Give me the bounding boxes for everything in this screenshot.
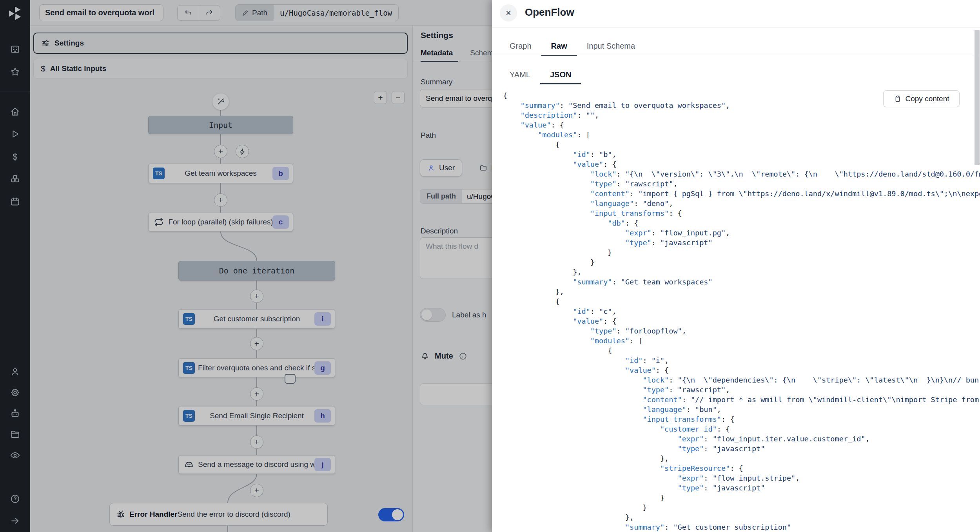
clipboard-icon [894, 95, 902, 103]
code-line: } [503, 493, 980, 503]
code-line: "language": "deno", [503, 199, 980, 208]
code-line: "id": "b", [503, 149, 980, 159]
code-line: "lock": "{\n \"dependencies\": {\n \"str… [503, 375, 980, 385]
copy-content-button[interactable]: Copy content [883, 90, 960, 107]
code-line: "value": { [503, 120, 980, 130]
drawer-tabs: Graph Raw Input Schema [492, 27, 980, 56]
drawer-title: OpenFlow [525, 6, 574, 18]
code-line: }, [503, 454, 980, 463]
code-line: "summary": "Get customer subscription" [503, 522, 980, 532]
code-line: } [503, 503, 980, 512]
drawer-backdrop[interactable] [0, 0, 492, 532]
code-line: "value": { [503, 159, 980, 169]
drawer-header: × OpenFlow [492, 0, 980, 27]
code-line: "type": "forloopflow", [503, 326, 980, 336]
code-line: }, [503, 267, 980, 277]
close-icon[interactable]: × [500, 4, 517, 22]
tab-input-schema[interactable]: Input Schema [577, 27, 645, 56]
windmill-flow-editor: Send email to overquota worl Path u/Hugo… [0, 0, 980, 532]
code-line: } [503, 248, 980, 257]
code-line: "description": "", [503, 110, 980, 120]
code-line: "modules": [ [503, 336, 980, 346]
code-line: "type": "javascript" [503, 238, 980, 248]
code-line: "db": { [503, 218, 980, 228]
code-line: } [503, 257, 980, 267]
tab-raw[interactable]: Raw [541, 27, 577, 56]
code-line: "content": "// import * as wmill from \"… [503, 395, 980, 404]
json-code[interactable]: { "summary": "Send email to overquota wo… [503, 91, 980, 532]
code-line: { [503, 140, 980, 149]
copy-content-label: Copy content [906, 95, 949, 103]
code-line: "input_transforms": { [503, 208, 980, 218]
scrollbar-thumb[interactable] [975, 30, 980, 165]
code-line: "id": "i", [503, 355, 980, 365]
code-line: { [503, 346, 980, 355]
code-line: "type": "rawscript", [503, 385, 980, 395]
code-line: "id": "c", [503, 306, 980, 316]
code-line: "type": "javascript" [503, 483, 980, 493]
code-line: "customer_id": { [503, 424, 980, 434]
code-line: "expr": "flow_input.pg", [503, 228, 980, 238]
code-line: "modules": [ [503, 130, 980, 140]
code-line: }, [503, 287, 980, 297]
tab-graph[interactable]: Graph [500, 27, 541, 56]
code-line: "input_transforms": { [503, 414, 980, 424]
subtab-yaml[interactable]: YAML [500, 56, 540, 84]
code-line: "stripeResource": { [503, 463, 980, 473]
format-subtabs: YAML JSON [492, 56, 980, 84]
code-line: "expr": "flow_input.stripe", [503, 473, 980, 483]
code-line: "summary": "Get team workspaces" [503, 277, 980, 287]
code-line: "value": { [503, 365, 980, 375]
code-line: { [503, 297, 980, 306]
code-line: "value": { [503, 316, 980, 326]
code-line: "expr": "flow_input.iter.value.customer_… [503, 434, 980, 444]
code-line: "content": "import { pgSql } from \"http… [503, 189, 980, 199]
code-line: "type": "rawscript", [503, 179, 980, 189]
code-line: "language": "bun", [503, 404, 980, 414]
openflow-drawer: × OpenFlow Graph Raw Input Schema YAML J… [492, 0, 980, 532]
code-line: "lock": "{\n \"version\": \"3\",\n \"rem… [503, 169, 980, 179]
code-line: }, [503, 512, 980, 522]
subtab-json[interactable]: JSON [540, 56, 581, 84]
code-line: "type": "javascript" [503, 444, 980, 454]
